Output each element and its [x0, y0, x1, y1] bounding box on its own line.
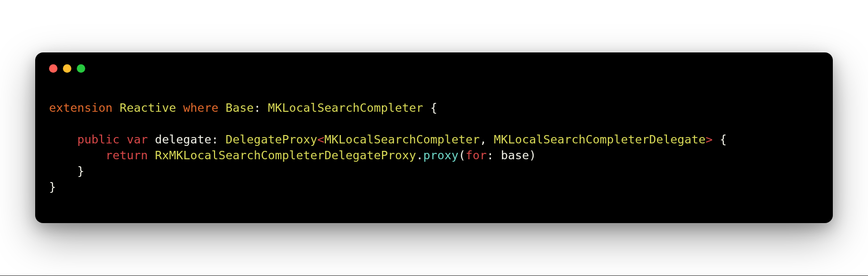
maximize-icon[interactable]: [77, 64, 85, 73]
close-icon[interactable]: [49, 64, 57, 73]
code-line-4: return RxMKLocalSearchCompleterDelegateP…: [49, 148, 536, 162]
code-line-6: }: [49, 180, 56, 194]
type-reactive: Reactive: [119, 101, 176, 115]
keyword-extension: extension: [49, 101, 112, 115]
type-mklocalsearchcompleterdelegate: MKLocalSearchCompleterDelegate: [494, 133, 705, 146]
type-delegateproxy: DelegateProxy: [225, 133, 317, 146]
window-titlebar: [35, 52, 833, 73]
property-delegate: delegate: [155, 133, 212, 146]
type-mklocalsearchcompleter: MKLocalSearchCompleter: [268, 101, 423, 115]
keyword-public: public: [77, 133, 120, 146]
keyword-return: return: [106, 148, 148, 162]
type-mklocalsearchcompleter-2: MKLocalSearchCompleter: [325, 133, 480, 146]
keyword-where: where: [183, 101, 218, 115]
type-base: Base: [225, 101, 254, 115]
keyword-for: for: [466, 148, 487, 162]
code-line-3: public var delegate: DelegateProxy<MKLoc…: [49, 133, 727, 146]
type-rxmklocalsearchcompleterdelegateproxy: RxMKLocalSearchCompleterDelegateProxy: [155, 148, 416, 162]
keyword-var: var: [127, 133, 148, 146]
code-line-1: extension Reactive where Base: MKLocalSe…: [49, 101, 437, 115]
code-content: extension Reactive where Base: MKLocalSe…: [35, 73, 833, 223]
minimize-icon[interactable]: [63, 64, 71, 73]
identifier-base: base: [501, 148, 529, 162]
code-window: extension Reactive where Base: MKLocalSe…: [35, 52, 833, 223]
function-proxy: proxy: [423, 148, 458, 162]
code-line-5: }: [49, 164, 84, 178]
